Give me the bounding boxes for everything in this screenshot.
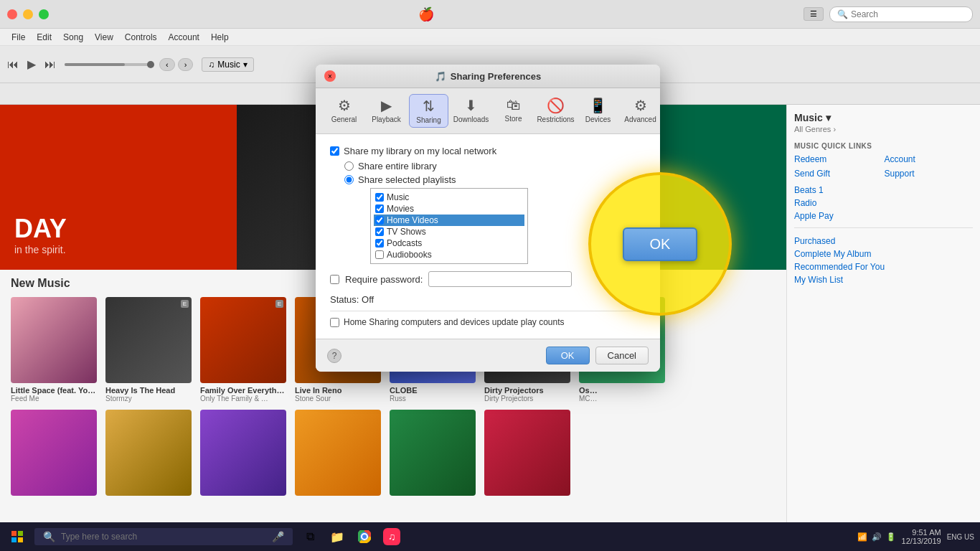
playlist-podcasts-label: Podcasts	[387, 238, 422, 248]
minimize-button[interactable]	[23, 9, 33, 19]
taskbar-search-input[interactable]	[61, 532, 219, 542]
quick-link-beats1[interactable]: Beats 1	[794, 184, 824, 197]
list-item[interactable]: E Heavy Is The Head Stormzy	[105, 297, 192, 402]
locale-indicator: ENG US	[947, 533, 974, 541]
quick-link-radio[interactable]: Radio	[794, 197, 816, 209]
footer-buttons: OK Cancel	[546, 347, 649, 364]
toolbar-playback[interactable]: ▶ Playback	[367, 94, 406, 128]
toolbar-advanced[interactable]: ⚙ Advanced	[621, 94, 660, 128]
back-nav-button[interactable]: ‹	[159, 58, 175, 71]
share-library-row: Share my library on my local network	[330, 146, 646, 156]
playlist-music[interactable]: Music	[374, 192, 524, 203]
quick-link-apple-pay[interactable]: Apple Pay	[794, 209, 834, 222]
volume-icon: 🔊	[872, 532, 882, 542]
menu-help[interactable]: Help	[205, 31, 235, 44]
title-bar-right: ☰ 🔍	[804, 6, 973, 22]
ok-button-large[interactable]: OK	[623, 227, 698, 261]
menu-file[interactable]: File	[6, 31, 31, 44]
section-title: New Music	[11, 277, 70, 290]
play-button[interactable]: ▶	[27, 57, 36, 71]
quick-link-redeem[interactable]: Redeem	[794, 153, 883, 166]
album-title: Dirty Projectors	[484, 386, 570, 395]
playlist-audiobooks-checkbox[interactable]	[375, 250, 384, 259]
next-button[interactable]: ⏭	[44, 58, 56, 71]
playlist-movies[interactable]: Movies	[374, 203, 524, 215]
list-item[interactable]	[295, 410, 381, 496]
playlist-audiobooks[interactable]: Audiobooks	[374, 249, 524, 260]
list-view-button[interactable]: ☰	[804, 7, 824, 21]
playlist-tv-shows-checkbox[interactable]	[375, 227, 384, 236]
menu-account[interactable]: Account	[163, 31, 205, 44]
prev-button[interactable]: ⏮	[7, 58, 19, 71]
list-item[interactable]	[200, 410, 286, 496]
music-note-icon: ♫	[208, 60, 215, 70]
playlist-podcasts[interactable]: Podcasts	[374, 237, 524, 249]
list-item[interactable]: Little Space (feat. Yosie) – Single Feed…	[11, 297, 97, 402]
list-item[interactable]: E Family Over Everything Only The Family…	[200, 297, 286, 402]
menu-controls[interactable]: Controls	[119, 31, 163, 44]
search-input[interactable]	[851, 9, 958, 19]
password-input[interactable]	[428, 271, 572, 287]
playlist-home-videos-checkbox[interactable]	[375, 216, 384, 225]
playlist-movies-checkbox[interactable]	[375, 204, 384, 213]
share-selected-radio[interactable]	[344, 175, 354, 184]
toolbar-downloads[interactable]: ⬇ Downloads	[451, 94, 491, 128]
itunes-taskbar-button[interactable]: ♫	[380, 525, 403, 548]
sidebar-separator	[794, 227, 973, 228]
close-button[interactable]	[7, 9, 17, 19]
quick-link-account[interactable]: Account	[885, 153, 974, 166]
taskbar-search-box[interactable]: 🔍 🎤	[34, 528, 293, 545]
playlist-music-checkbox[interactable]	[375, 193, 384, 202]
ok-button[interactable]: OK	[546, 347, 590, 364]
home-sharing-checkbox[interactable]	[330, 318, 339, 327]
cancel-button[interactable]: Cancel	[595, 347, 649, 364]
quick-link-complete-album[interactable]: Complete My Album	[794, 248, 871, 260]
devices-icon: 📱	[589, 97, 607, 114]
share-selected-label: Share selected playlists	[358, 174, 456, 185]
progress-thumb	[147, 61, 154, 68]
share-selected-row: Share selected playlists	[344, 174, 646, 185]
playlist-tv-shows[interactable]: TV Shows	[374, 226, 524, 237]
microphone-icon[interactable]: 🎤	[272, 531, 284, 542]
playlist-podcasts-checkbox[interactable]	[375, 239, 384, 248]
share-entire-radio[interactable]	[344, 161, 354, 171]
list-item[interactable]	[105, 410, 192, 496]
quick-link-recommended[interactable]: Recommended For You	[794, 260, 885, 273]
search-box[interactable]: 🔍	[829, 6, 973, 22]
start-button[interactable]	[6, 525, 29, 548]
itunes-icon: 🎵	[435, 71, 446, 82]
quick-link-send-gift[interactable]: Send Gift	[794, 167, 883, 180]
help-button[interactable]: ?	[327, 349, 341, 363]
list-item[interactable]	[11, 410, 97, 496]
progress-fill	[65, 63, 125, 66]
sidebar-all-genres[interactable]: All Genres ›	[794, 125, 973, 133]
toolbar-devices[interactable]: 📱 Devices	[578, 94, 618, 128]
album-artist: Russ	[390, 395, 476, 402]
dialog-close-button[interactable]: ×	[324, 70, 336, 82]
quick-link-support[interactable]: Support	[885, 167, 974, 180]
list-item[interactable]	[484, 410, 570, 496]
task-view-button[interactable]: ⧉	[298, 525, 321, 548]
chrome-button[interactable]	[353, 525, 376, 548]
require-password-checkbox[interactable]	[330, 275, 339, 284]
file-explorer-button[interactable]: 📁	[326, 525, 349, 548]
playlist-home-videos[interactable]: Home Videos	[374, 215, 524, 226]
share-library-checkbox[interactable]	[330, 146, 339, 156]
playlist-tv-shows-label: TV Shows	[387, 227, 426, 237]
quick-link-purchased[interactable]: Purchased	[794, 235, 835, 248]
album-artist: Stone Sour	[295, 395, 381, 402]
toolbar-sharing[interactable]: ⇅ Sharing	[409, 94, 448, 128]
toolbar-advanced-label: Advanced	[624, 116, 656, 123]
toolbar-restrictions[interactable]: 🚫 Restrictions	[536, 94, 575, 128]
menu-view[interactable]: View	[89, 31, 119, 44]
toolbar-store[interactable]: 🛍 Store	[494, 94, 533, 128]
toolbar-general[interactable]: ⚙ General	[324, 94, 364, 128]
progress-bar[interactable]	[65, 63, 151, 66]
music-selector[interactable]: ♫ Music ▾	[202, 57, 253, 72]
list-item[interactable]	[390, 410, 476, 496]
menu-edit[interactable]: Edit	[31, 31, 57, 44]
menu-song[interactable]: Song	[57, 31, 89, 44]
maximize-button[interactable]	[39, 9, 49, 19]
quick-link-wish-list[interactable]: My Wish List	[794, 273, 843, 286]
forward-nav-button[interactable]: ›	[178, 58, 194, 71]
